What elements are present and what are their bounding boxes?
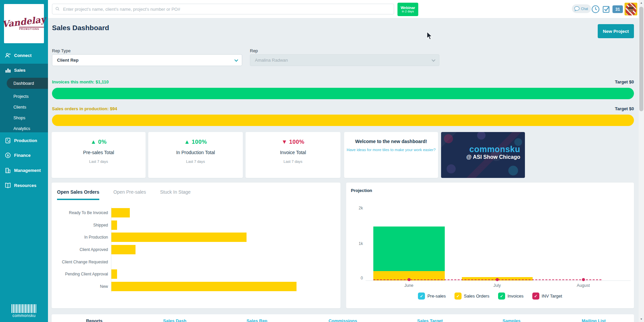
sidebar-item-label: Management: [14, 168, 41, 173]
legend-sales-orders[interactable]: ✓Sales Orders: [454, 293, 489, 300]
june-stacked-bar[interactable]: [373, 227, 445, 280]
footer-link-commissions[interactable]: Commissions: [328, 318, 357, 322]
connect-people-icon: [5, 52, 11, 59]
category-label: Client Approved: [52, 247, 111, 252]
june-invoices-segment: [373, 227, 445, 271]
rep-dropdown[interactable]: Amalina Radwan: [250, 54, 439, 66]
inv-target-point-august[interactable]: [582, 278, 585, 281]
category-label: New: [52, 284, 111, 289]
webinar-countdown: in 2 days: [402, 10, 414, 13]
invoices-progress-bar: [52, 88, 634, 99]
commonsku-logo: commonsku: [0, 304, 48, 318]
sidebar-item-dashboard[interactable]: Dashboard: [7, 78, 48, 89]
sidebar-item-connect[interactable]: Connect: [0, 50, 48, 61]
footer-link-sales-target[interactable]: Sales Target: [417, 318, 443, 322]
legend-label: Invoices: [507, 294, 524, 299]
sidebar-item-label: Resources: [14, 183, 36, 188]
bar-ready-to-be-invoiced[interactable]: [111, 208, 130, 217]
checkbox-checked-icon: ✓: [418, 293, 425, 300]
welcome-title: Welcome to the new dashboard!: [344, 139, 438, 144]
footer-link-mailing-list[interactable]: Mailing List: [582, 318, 606, 322]
footer-link-sales-rep[interactable]: Sales Rep: [247, 318, 267, 322]
sidebar-item-label: Production: [14, 138, 37, 143]
avatar-glasses: [628, 7, 634, 9]
notification-count-badge[interactable]: 31: [612, 5, 623, 13]
vertical-scrollbar[interactable]: ▲ ▼: [639, 0, 644, 322]
webinar-button[interactable]: Webinar in 2 days: [397, 3, 418, 16]
sidebar-item-finance[interactable]: $ Finance: [0, 149, 48, 161]
chat-button[interactable]: Chat: [572, 4, 591, 13]
chat-bubble-icon: [574, 6, 580, 11]
invoice-delta: ▼ 100%: [281, 139, 304, 145]
barcode-logo-icon: [11, 304, 37, 313]
inv-target-point-july[interactable]: [496, 278, 499, 281]
open-orders-panel: Open Sales Orders Open Pre-sales Stuck I…: [52, 183, 340, 308]
tab-open-pre-sales[interactable]: Open Pre-sales: [113, 189, 146, 200]
user-avatar[interactable]: [625, 3, 637, 15]
tasks-checkbox-icon[interactable]: [602, 5, 610, 13]
scrollbar-thumb[interactable]: [639, 7, 643, 111]
promo-banner[interactable]: commonsku @ ASI Show Chicago: [441, 132, 525, 178]
sidebar-item-label: Dashboard: [13, 81, 34, 86]
invoices-target-label: Target $0: [615, 79, 634, 84]
sidebar-item-shops[interactable]: Shops: [0, 113, 48, 123]
promo-brand: commonsku: [466, 145, 520, 154]
checkbox-checked-icon: ✓: [454, 293, 462, 300]
triangle-up-icon: ▲: [184, 139, 190, 145]
mouse-cursor: [426, 31, 433, 40]
legend-label: Pre-sales: [427, 294, 446, 299]
y-tick-1k: 1k: [352, 241, 363, 246]
welcome-feedback-link[interactable]: Have ideas for more tiles to make your w…: [346, 148, 435, 152]
tab-stuck-in-stage[interactable]: Stuck In Stage: [160, 189, 191, 200]
scroll-up-arrow-icon[interactable]: ▲: [639, 0, 644, 6]
promo-text: commonsku @ ASI Show Chicago: [466, 145, 520, 160]
avatar-face: [628, 6, 634, 12]
legend-pre-sales[interactable]: ✓Pre-sales: [418, 293, 446, 300]
presales-label: Pre-sales Total: [83, 150, 114, 155]
footer-link-sales-dash[interactable]: Sales Dash: [163, 318, 186, 322]
sidebar-item-label: Finance: [14, 153, 31, 158]
company-logo-subtext: PROMOTIONS: [19, 27, 44, 30]
presales-delta: ▲ 0%: [91, 139, 107, 145]
rep-type-dropdown[interactable]: Client Rep: [52, 54, 242, 66]
inv-target-point-june[interactable]: [408, 278, 411, 281]
bar-new[interactable]: [111, 282, 297, 291]
bar-in-production[interactable]: [111, 233, 247, 242]
company-logo[interactable]: Vandelay PROMOTIONS: [4, 4, 44, 43]
sidebar-item-sales[interactable]: Sales: [0, 64, 48, 76]
legend-inv-target[interactable]: ✓INV Target: [532, 293, 562, 300]
sidebar-item-management[interactable]: Management: [0, 165, 48, 176]
chevron-down-icon: [234, 58, 238, 61]
category-label: In Production: [52, 235, 111, 240]
in-production-delta: ▲ 100%: [184, 139, 207, 145]
tab-open-sales-orders[interactable]: Open Sales Orders: [57, 189, 99, 200]
sales-orders-progress-label: Sales orders in production: $94: [52, 106, 117, 111]
sidebar-item-resources[interactable]: Resources: [0, 180, 48, 191]
bar-pending-client-approval[interactable]: [111, 269, 117, 279]
commonsku-logo-text: commonsku: [12, 313, 36, 318]
search-input[interactable]: [52, 4, 394, 14]
sidebar-item-label: Projects: [13, 94, 29, 99]
bar-shipped[interactable]: [111, 220, 117, 230]
sidebar-item-analytics[interactable]: Analytics: [0, 124, 48, 134]
scroll-down-arrow-icon[interactable]: ▼: [639, 316, 644, 322]
checkbox-checked-icon: ✓: [498, 293, 505, 300]
chart-row: Client Change Requested: [52, 256, 335, 268]
chart-row: Ready To Be Invoiced: [52, 207, 335, 219]
sidebar-item-production[interactable]: Production: [0, 135, 48, 146]
legend-invoices[interactable]: ✓Invoices: [498, 293, 524, 300]
footer-link-samples[interactable]: Samples: [502, 318, 520, 322]
sidebar-item-projects[interactable]: Projects: [0, 91, 48, 102]
x-label-june: June: [404, 283, 413, 288]
legend-label: Sales Orders: [464, 294, 489, 299]
projection-title: Projection: [351, 188, 372, 193]
time-tracker-clock-icon[interactable]: [591, 5, 600, 13]
invoice-delta-value: 100%: [289, 139, 304, 145]
projection-panel: Projection 2k 1k 0 June July August ✓Pre…: [346, 183, 634, 308]
sidebar-item-clients[interactable]: Clients: [0, 102, 48, 112]
new-project-button[interactable]: New Project: [598, 24, 634, 38]
invoice-label: Invoice Total: [280, 150, 306, 155]
bar-client-approved[interactable]: [111, 245, 136, 254]
invoice-total-card: ▼ 100% Invoice Total Last 7 days: [246, 132, 340, 178]
sales-orders-progress-labels: Sales orders in production: $94 Target $…: [52, 106, 634, 111]
